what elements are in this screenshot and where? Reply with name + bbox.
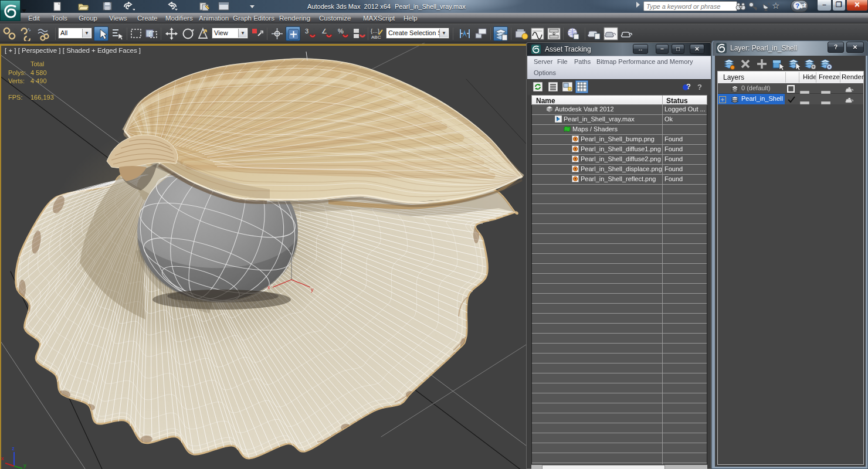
svg-text:x: x	[1, 456, 4, 461]
svg-text:3: 3	[305, 28, 308, 35]
svg-text:z: z	[289, 247, 292, 253]
svg-text:?: ?	[697, 83, 702, 91]
svg-text:y: y	[311, 287, 314, 293]
svg-text:y: y	[23, 463, 26, 468]
svg-text:ABC: ABC	[371, 35, 381, 40]
svg-text:?: ?	[686, 82, 691, 91]
svg-text:∠: ∠	[321, 28, 327, 35]
svg-text:z: z	[12, 446, 15, 451]
svg-text:{…}: {…}	[371, 28, 379, 34]
svg-text:x: x	[267, 284, 270, 290]
svg-text:%: %	[338, 28, 344, 35]
